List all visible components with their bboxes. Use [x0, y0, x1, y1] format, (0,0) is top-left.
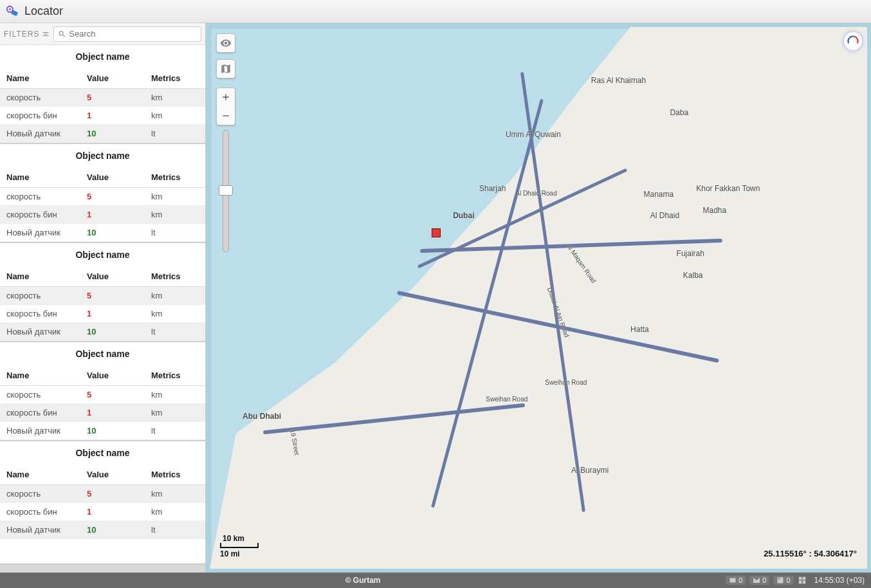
object-group-title[interactable]: Object name [0, 242, 205, 266]
col-name: Name [0, 470, 87, 479]
table-row[interactable]: скорость бин1km [0, 206, 205, 224]
map-city-label: Umm Al Quwain [506, 130, 561, 139]
svg-point-5 [778, 578, 780, 580]
object-group-title[interactable]: Object name [0, 45, 205, 68]
cell-metrics: km [151, 408, 205, 418]
coordinates-readout: 25.115516° : 54.306417° [764, 549, 857, 558]
scale-mi: 10 mi [220, 549, 259, 558]
filters-label: FILTERS [4, 30, 39, 39]
map-city-label: Fujairah [677, 249, 704, 258]
cell-value: 5 [87, 291, 151, 300]
status-count: 0 [786, 576, 790, 584]
status-bar: © Gurtam 0 0 0 14:55:03 (+03) [0, 573, 871, 588]
cell-name: скорость бин [0, 309, 87, 318]
cell-name: Новый датчик [0, 426, 87, 436]
status-chip[interactable]: 0 [773, 576, 793, 585]
map-city-label: Kalba [683, 271, 703, 280]
col-metrics: Metrics [151, 172, 205, 182]
table-header: NameValueMetrics [0, 266, 205, 287]
map-layers-button[interactable] [216, 59, 235, 78]
table-row[interactable]: Новый датчик10lt [0, 422, 205, 440]
map-icon [220, 63, 232, 75]
cell-name: скорость [0, 93, 87, 102]
cell-metrics: lt [151, 327, 205, 336]
cell-value: 1 [87, 210, 151, 219]
sidebar-footer [0, 564, 205, 573]
map-city-label: Hatta [630, 325, 649, 334]
map-city-label: Al Dhaid Road [515, 190, 556, 197]
app-header: Locator [0, 0, 871, 23]
object-list[interactable]: Object nameNameValueMetricsскорость5kmск… [0, 45, 205, 564]
zoom-in-button[interactable] [216, 87, 235, 107]
provider-badge[interactable] [844, 32, 862, 50]
table-row[interactable]: скорость5km [0, 89, 205, 107]
table-row[interactable]: Новый датчик10lt [0, 521, 205, 539]
visibility-button[interactable] [216, 33, 235, 53]
sidebar: FILTERS Object nameNameValueMetricsскоро… [0, 23, 206, 573]
col-value: Value [87, 271, 151, 281]
map-city-label: Madha [703, 206, 727, 215]
cell-metrics: km [151, 309, 205, 318]
cell-value: 5 [87, 192, 151, 201]
table-row[interactable]: скорость бин1km [0, 503, 205, 521]
search-box [53, 26, 201, 42]
map-city-label: Dubai [453, 211, 474, 220]
map-canvas[interactable]: Ras Al KhaimahDabaUmm Al QuwainSharjahAl… [210, 27, 867, 569]
object-group-title[interactable]: Object name [0, 440, 205, 464]
cell-metrics: km [151, 192, 205, 201]
table-row[interactable]: скорость5km [0, 188, 205, 206]
object-group-title[interactable]: Object name [0, 143, 205, 167]
cell-name: Новый датчик [0, 327, 87, 336]
minus-icon [221, 111, 231, 121]
zoom-slider-thumb[interactable] [219, 185, 233, 196]
col-metrics: Metrics [151, 271, 205, 281]
search-input[interactable] [69, 29, 197, 39]
status-right: 0 0 0 14:55:03 (+03) [726, 576, 871, 585]
table-row[interactable]: скорость5km [0, 485, 205, 503]
cell-value: 10 [87, 129, 151, 138]
window-icon [729, 576, 737, 584]
table-row[interactable]: Новый датчик10lt [0, 224, 205, 242]
col-name: Name [0, 172, 87, 182]
table-row[interactable]: скорость бин1km [0, 305, 205, 323]
cell-value: 10 [87, 327, 151, 336]
cell-value: 5 [87, 93, 151, 102]
map-panel: Ras Al KhaimahDabaUmm Al QuwainSharjahAl… [206, 23, 871, 573]
table-header: NameValueMetrics [0, 167, 205, 188]
cell-name: скорость бин [0, 507, 87, 517]
grid-icon[interactable] [798, 576, 807, 585]
map-city-label: Abu Dhabi [243, 412, 281, 421]
locator-icon [5, 5, 19, 19]
table-row[interactable]: скорость5km [0, 287, 205, 305]
cell-name: Новый датчик [0, 228, 87, 237]
table-row[interactable]: скорость бин1km [0, 404, 205, 422]
table-row[interactable]: Новый датчик10lt [0, 323, 205, 341]
col-value: Value [87, 470, 151, 479]
map-city-label: Manama [644, 190, 674, 199]
status-chip[interactable]: 0 [726, 576, 746, 585]
search-icon [58, 30, 66, 39]
table-row[interactable]: Новый датчик10lt [0, 125, 205, 143]
cell-value: 1 [87, 309, 151, 318]
filters-button[interactable]: FILTERS [4, 30, 50, 39]
map-city-label: Ras Al Khaimah [591, 76, 646, 85]
cell-value: 1 [87, 408, 151, 418]
col-name: Name [0, 271, 87, 281]
table-row[interactable]: скорость бин1km [0, 107, 205, 125]
table-header: NameValueMetrics [0, 464, 205, 485]
cell-value: 1 [87, 507, 151, 517]
object-marker[interactable] [432, 228, 441, 237]
cell-metrics: km [151, 291, 205, 300]
status-chip[interactable]: 0 [749, 576, 769, 585]
zoom-out-button[interactable] [216, 106, 235, 125]
table-row[interactable]: скорость5km [0, 386, 205, 404]
clock: 14:55:03 (+03) [814, 576, 865, 585]
col-value: Value [87, 371, 151, 380]
cell-metrics: km [151, 93, 205, 102]
cell-value: 10 [87, 426, 151, 436]
object-group-title[interactable]: Object name [0, 341, 205, 365]
cell-name: скорость бин [0, 210, 87, 219]
cell-name: скорость [0, 192, 87, 201]
cell-metrics: km [151, 507, 205, 517]
cell-name: скорость бин [0, 408, 87, 418]
